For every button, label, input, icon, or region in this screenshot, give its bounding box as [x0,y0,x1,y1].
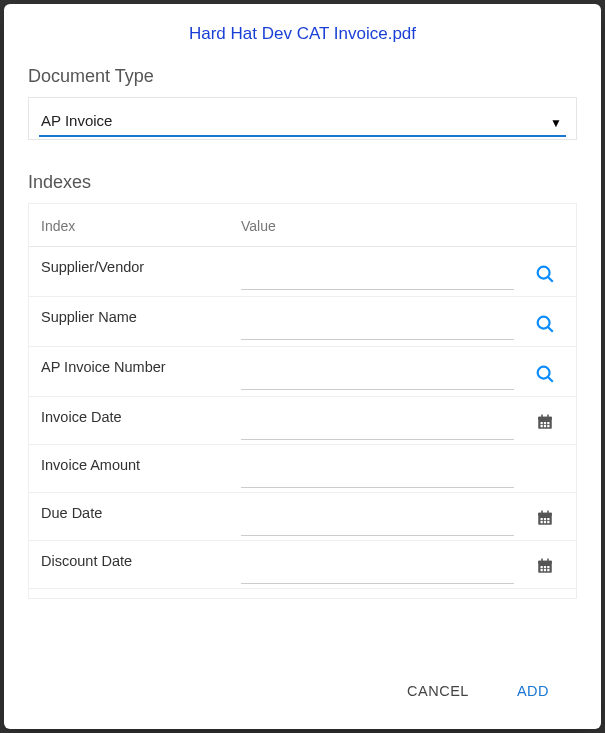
svg-point-2 [538,317,550,329]
index-value-cell [229,445,522,493]
table-row: Invoice Date [29,397,576,445]
lookup-action-cell [522,247,576,297]
index-value-input[interactable] [241,265,514,290]
indexes-table: Index Value Supplier/VendorSupplier Name… [29,204,576,589]
document-type-select[interactable]: AP Invoice [39,106,566,137]
dialog-actions: CANCEL ADD [28,657,577,711]
indexes-header-row: Index Value [29,204,576,247]
svg-rect-31 [544,566,546,568]
index-value-cell [229,397,522,445]
index-name-cell: Supplier Name [29,297,229,347]
svg-rect-21 [544,518,546,520]
calendar-icon[interactable] [536,418,554,434]
svg-rect-18 [541,511,543,515]
indexes-header-value: Value [229,204,522,247]
svg-rect-23 [541,521,543,523]
calendar-icon[interactable] [536,514,554,530]
index-name-cell: Due Date [29,493,229,541]
document-title-link[interactable]: Hard Hat Dev CAT Invoice.pdf [28,24,577,44]
svg-rect-17 [538,513,552,516]
table-row: Due Date [29,493,576,541]
index-name-cell: Invoice Date [29,397,229,445]
svg-point-0 [538,267,550,279]
index-value-cell [229,297,522,347]
svg-rect-25 [547,521,549,523]
indexes-header-action [522,204,576,247]
empty-action-cell [522,445,576,493]
lookup-action-cell [522,347,576,397]
svg-point-4 [538,367,550,379]
svg-rect-27 [538,561,552,564]
index-value-cell [229,347,522,397]
calendar-icon[interactable] [536,562,554,578]
svg-line-1 [548,277,553,282]
svg-rect-11 [544,422,546,424]
document-type-select-wrap: AP Invoice ▼ [28,97,577,140]
svg-line-5 [548,377,553,382]
date-action-cell [522,541,576,589]
svg-rect-34 [544,569,546,571]
svg-rect-19 [547,511,549,515]
index-value-input[interactable] [241,559,514,584]
date-action-cell [522,397,576,445]
svg-rect-30 [541,566,543,568]
index-name-cell: Supplier/Vendor [29,247,229,297]
svg-rect-22 [547,518,549,520]
svg-rect-14 [544,425,546,427]
index-value-input[interactable] [241,365,514,390]
lookup-action-cell [522,297,576,347]
svg-rect-20 [541,518,543,520]
svg-rect-33 [541,569,543,571]
table-row: Discount Date [29,541,576,589]
document-type-label: Document Type [28,66,577,87]
date-action-cell [522,493,576,541]
indexes-label: Indexes [28,172,577,193]
indexes-scroll-area[interactable]: Index Value Supplier/VendorSupplier Name… [28,203,577,599]
svg-line-3 [548,327,553,332]
svg-rect-8 [541,415,543,419]
cancel-button[interactable]: CANCEL [403,677,473,705]
svg-rect-9 [547,415,549,419]
table-row: Supplier/Vendor [29,247,576,297]
svg-rect-10 [541,422,543,424]
index-value-cell [229,541,522,589]
table-row: Supplier Name [29,297,576,347]
index-name-cell: Discount Date [29,541,229,589]
svg-rect-12 [547,422,549,424]
add-button[interactable]: ADD [513,677,553,705]
index-name-cell: AP Invoice Number [29,347,229,397]
svg-rect-13 [541,425,543,427]
indexes-header-index: Index [29,204,229,247]
svg-rect-29 [547,559,549,563]
table-row: AP Invoice Number [29,347,576,397]
search-icon[interactable] [534,322,556,338]
index-value-input[interactable] [241,511,514,536]
svg-rect-7 [538,417,552,420]
svg-rect-35 [547,569,549,571]
document-dialog: Hard Hat Dev CAT Invoice.pdf Document Ty… [4,4,601,729]
search-icon[interactable] [534,372,556,388]
svg-rect-32 [547,566,549,568]
index-value-input[interactable] [241,315,514,340]
svg-rect-15 [547,425,549,427]
index-value-cell [229,247,522,297]
search-icon[interactable] [534,272,556,288]
index-value-input[interactable] [241,415,514,440]
svg-rect-28 [541,559,543,563]
index-value-input[interactable] [241,463,514,488]
index-value-cell [229,493,522,541]
index-name-cell: Invoice Amount [29,445,229,493]
table-row: Invoice Amount [29,445,576,493]
svg-rect-24 [544,521,546,523]
